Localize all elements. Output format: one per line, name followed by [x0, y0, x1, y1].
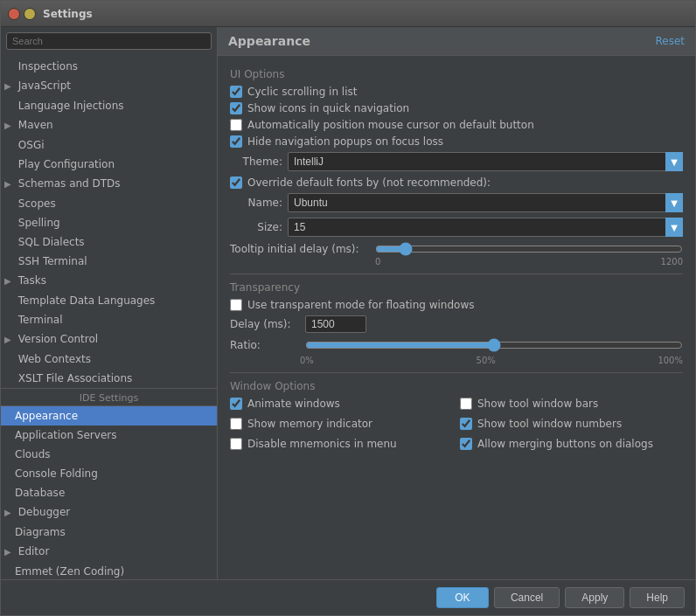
show-tool-numbers-checkbox[interactable]: [460, 418, 472, 430]
sidebar-item-osgi[interactable]: OSGi: [1, 135, 217, 155]
sidebar-item-xslt[interactable]: XSLT File Associations: [1, 369, 217, 388]
ok-button[interactable]: OK: [436, 587, 489, 608]
sidebar-item-maven[interactable]: ▶ Maven: [1, 115, 217, 135]
sidebar-item-console-folding[interactable]: Console Folding: [1, 464, 217, 483]
animate-windows-row: Animate windows: [230, 398, 453, 410]
panel-title: Appearance: [228, 34, 310, 48]
cyclic-scrolling-label: Cyclic scrolling in list: [247, 86, 357, 98]
window-controls: [8, 8, 36, 20]
sidebar-item-inspections[interactable]: Inspections: [1, 57, 217, 76]
auto-mouse-row: Automatically position mouse cursor on d…: [230, 119, 683, 131]
show-memory-label: Show memory indicator: [247, 418, 372, 430]
close-button[interactable]: [8, 8, 20, 20]
hide-navigation-checkbox[interactable]: [230, 135, 242, 148]
cyclic-scrolling-checkbox[interactable]: [230, 86, 242, 98]
override-fonts-label: Override default fonts by (not recommend…: [247, 176, 491, 189]
sidebar-item-ssh-terminal[interactable]: SSH Terminal: [1, 252, 217, 271]
sidebar-item-database[interactable]: Database: [1, 483, 217, 502]
help-button[interactable]: Help: [630, 587, 685, 608]
sidebar-item-template-data[interactable]: Template Data Languages: [1, 291, 217, 310]
ratio-min: 0%: [300, 356, 314, 365]
theme-dropdown-wrap: IntelliJ Darcula ▼: [288, 152, 683, 171]
settings-window: Settings Inspections ▶ JavaScript Langua…: [0, 0, 696, 616]
show-tool-numbers-label: Show tool window numbers: [477, 418, 622, 430]
sidebar-item-version-control[interactable]: ▶ Version Control: [1, 329, 217, 350]
ratio-label: Ratio:: [230, 339, 300, 351]
sidebar: Inspections ▶ JavaScript Language Inject…: [1, 27, 218, 579]
sidebar-item-terminal[interactable]: Terminal: [1, 310, 217, 329]
apply-button[interactable]: Apply: [565, 587, 624, 608]
hide-navigation-row: Hide navigation popups on focus loss: [230, 135, 683, 148]
reset-button[interactable]: Reset: [655, 35, 685, 47]
transparency-section-label: Transparency: [230, 281, 683, 294]
show-memory-checkbox[interactable]: [230, 418, 242, 430]
ratio-marks: 0% 50% 100%: [230, 356, 683, 365]
sidebar-item-schemas[interactable]: ▶ Schemas and DTDs: [1, 174, 217, 194]
show-memory-row: Show memory indicator: [230, 418, 453, 430]
theme-select[interactable]: IntelliJ Darcula: [288, 152, 683, 171]
cancel-button[interactable]: Cancel: [494, 587, 560, 608]
search-input[interactable]: [6, 32, 212, 50]
tooltip-delay-label: Tooltip initial delay (ms):: [230, 243, 370, 255]
tooltip-delay-track: [375, 242, 683, 256]
sidebar-item-app-servers[interactable]: Application Servers: [1, 426, 217, 445]
sidebar-item-language-injections[interactable]: Language Injections: [1, 96, 217, 115]
cyclic-scrolling-row: Cyclic scrolling in list: [230, 86, 683, 98]
sidebar-item-emmet[interactable]: Emmet (Zen Coding): [1, 562, 217, 579]
disable-mnemonics-label: Disable mnemonics in menu: [247, 438, 397, 450]
ratio-slider[interactable]: [305, 338, 683, 352]
show-tool-bars-checkbox[interactable]: [460, 398, 472, 410]
allow-merging-checkbox[interactable]: [460, 438, 472, 450]
allow-merging-row: Allow merging buttons on dialogs: [460, 438, 683, 450]
show-tool-bars-label: Show tool window bars: [477, 398, 598, 410]
sidebar-item-spelling[interactable]: Spelling: [1, 213, 217, 232]
font-size-select[interactable]: 15 12 14 16 18: [288, 218, 683, 237]
sidebar-item-diagrams[interactable]: Diagrams: [1, 523, 217, 542]
font-size-row: Size: 15 12 14 16 18 ▼: [230, 218, 683, 237]
disable-mnemonics-row: Disable mnemonics in menu: [230, 438, 453, 450]
panel-body: UI Options Cyclic scrolling in list Show…: [218, 56, 695, 579]
sidebar-item-scopes[interactable]: Scopes: [1, 194, 217, 213]
animate-windows-label: Animate windows: [247, 398, 340, 410]
override-fonts-row: Override default fonts by (not recommend…: [230, 176, 683, 189]
delay-label: Delay (ms):: [230, 318, 300, 330]
delay-input[interactable]: [305, 315, 366, 333]
font-name-select[interactable]: Ubuntu DejaVu Sans Arial: [288, 193, 683, 212]
ui-options-section-label: UI Options: [230, 68, 683, 80]
sidebar-item-web-contexts[interactable]: Web Contexts: [1, 350, 217, 369]
ratio-row: Ratio:: [230, 338, 683, 352]
window-title: Settings: [43, 8, 93, 20]
animate-windows-checkbox[interactable]: [230, 398, 242, 410]
allow-merging-label: Allow merging buttons on dialogs: [477, 438, 653, 450]
theme-row: Theme: IntelliJ Darcula ▼: [230, 152, 683, 171]
window-options-section-label: Window Options: [230, 380, 683, 392]
show-icons-row: Show icons in quick navigation: [230, 102, 683, 114]
tooltip-delay-slider[interactable]: [375, 242, 683, 256]
ide-settings-section: IDE Settings: [1, 388, 217, 406]
arrow-icon: ▶: [4, 176, 15, 192]
right-panel: Appearance Reset UI Options Cyclic scrol…: [218, 27, 695, 579]
sidebar-item-sql-dialects[interactable]: SQL Dialects: [1, 232, 217, 252]
use-transparent-label: Use transparent mode for floating window…: [247, 299, 475, 311]
use-transparent-checkbox[interactable]: [230, 299, 242, 311]
minimize-button[interactable]: [24, 8, 36, 20]
sidebar-item-play-config[interactable]: Play Configuration: [1, 155, 217, 174]
sidebar-item-tasks[interactable]: ▶ Tasks: [1, 271, 217, 291]
override-fonts-checkbox[interactable]: [230, 176, 242, 189]
sidebar-item-appearance[interactable]: Appearance: [1, 406, 217, 426]
show-icons-checkbox[interactable]: [230, 102, 242, 114]
delay-row: Delay (ms):: [230, 315, 683, 333]
tooltip-delay-row: Tooltip initial delay (ms):: [230, 242, 683, 256]
sidebar-list: Inspections ▶ JavaScript Language Inject…: [1, 55, 217, 579]
divider-2: [230, 372, 683, 373]
auto-mouse-checkbox[interactable]: [230, 119, 242, 131]
sidebar-item-editor[interactable]: ▶ Editor: [1, 542, 217, 562]
arrow-icon: ▶: [4, 79, 15, 94]
disable-mnemonics-checkbox[interactable]: [230, 438, 242, 450]
arrow-icon: ▶: [4, 273, 15, 289]
sidebar-item-javascript[interactable]: ▶ JavaScript: [1, 76, 217, 96]
sidebar-item-debugger[interactable]: ▶ Debugger: [1, 502, 217, 523]
title-bar: Settings: [1, 1, 695, 27]
sidebar-item-clouds[interactable]: Clouds: [1, 445, 217, 464]
auto-mouse-label: Automatically position mouse cursor on d…: [247, 119, 534, 131]
